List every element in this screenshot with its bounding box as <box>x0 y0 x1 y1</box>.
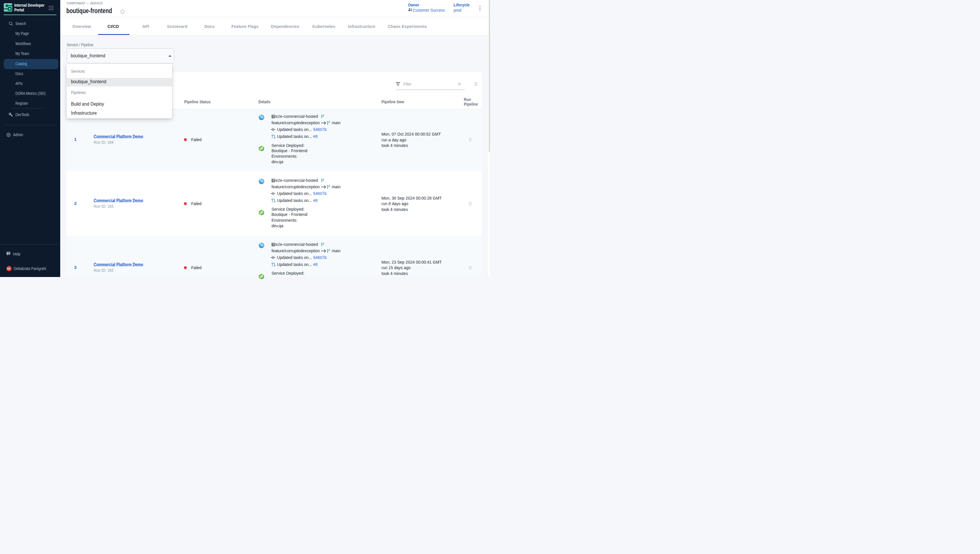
svg-text:?: ? <box>8 252 9 255</box>
